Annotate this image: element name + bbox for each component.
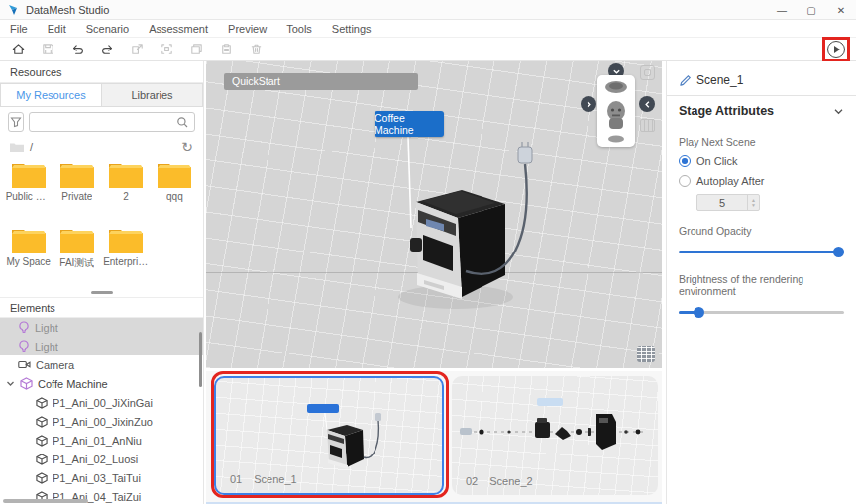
export-button[interactable] xyxy=(129,41,146,57)
gizmo-rotate-right-button[interactable] xyxy=(639,96,655,112)
ground-opacity-slider[interactable] xyxy=(679,246,844,257)
option-autoplay-after[interactable]: Autoplay After xyxy=(679,175,844,187)
element-light-1[interactable]: Light xyxy=(0,318,203,337)
search-input[interactable] xyxy=(30,114,176,130)
search-row xyxy=(0,107,203,136)
delete-icon xyxy=(249,42,264,56)
scene2-name: Scene_2 xyxy=(489,475,532,487)
brightness-label: Brightness of the rendering environment xyxy=(679,273,844,297)
home-button[interactable] xyxy=(10,41,27,57)
view-bottom-thumbnail[interactable] xyxy=(606,135,626,143)
frame-select-button[interactable] xyxy=(159,41,175,57)
refresh-icon[interactable]: ↻ xyxy=(181,139,193,154)
element-coffee-machine[interactable]: Coffe Machine xyxy=(0,374,203,393)
option-on-click[interactable]: On Click xyxy=(679,155,844,167)
folder-private[interactable]: Private xyxy=(53,161,101,221)
menu-settings[interactable]: Settings xyxy=(332,23,372,35)
mesh-cube-icon xyxy=(36,397,48,409)
autoplay-seconds-input[interactable]: 5 ▲▼ xyxy=(696,194,760,211)
scene-title: Scene_1 xyxy=(696,73,743,87)
current-path: / xyxy=(30,141,33,152)
element-p1-ani-00-jixinzuo[interactable]: P1_Ani_00_JixinZuo xyxy=(0,412,203,431)
element-p1-ani-02-luosi[interactable]: P1_Ani_02_Luosi xyxy=(0,450,203,468)
light-icon xyxy=(18,340,30,353)
copy-button[interactable] xyxy=(188,41,205,57)
edit-pencil-icon[interactable] xyxy=(679,74,692,87)
menu-assessment[interactable]: Assessment xyxy=(149,23,208,35)
element-camera[interactable]: Camera xyxy=(0,355,203,374)
play-scenario-button[interactable] xyxy=(827,41,845,58)
folder-public-directory[interactable]: Public Dire… xyxy=(4,161,53,221)
menu-edit[interactable]: Edit xyxy=(48,23,66,35)
model-label[interactable]: Coffee Machine xyxy=(374,111,444,137)
delete-button[interactable] xyxy=(248,41,265,57)
ground-opacity-label: Ground Opacity xyxy=(679,225,844,237)
menu-tools[interactable]: Tools xyxy=(286,23,312,35)
tab-my-resources[interactable]: My Resources xyxy=(1,84,101,106)
mesh-cube-icon xyxy=(36,454,48,465)
folder-fai-test[interactable]: FAI测试 xyxy=(53,227,101,289)
menu-preview[interactable]: Preview xyxy=(228,23,267,35)
folder-qqq[interactable]: qqq xyxy=(151,161,199,221)
slider-fill xyxy=(679,251,844,253)
save-button[interactable] xyxy=(40,41,56,57)
grid-toggle-icon[interactable] xyxy=(640,119,655,132)
scene-thumbnail-1[interactable]: 01 Scene_1 xyxy=(214,376,444,495)
filter-button[interactable] xyxy=(8,112,24,132)
paste-button[interactable] xyxy=(218,41,235,57)
folder-icon xyxy=(108,227,144,254)
view-top-thumbnail[interactable] xyxy=(603,79,629,95)
close-button[interactable]: ✕ xyxy=(826,0,856,20)
folder-2[interactable]: 2 xyxy=(102,161,151,221)
folder-icon xyxy=(108,161,144,189)
save-icon xyxy=(41,42,55,56)
elements-vertical-scrollbar[interactable] xyxy=(199,332,202,387)
stage-attributes-section[interactable]: Stage Attributes xyxy=(679,96,844,126)
undo-icon xyxy=(70,42,85,56)
menu-scenario[interactable]: Scenario xyxy=(86,23,129,35)
scene1-caption: 01 Scene_1 xyxy=(230,473,297,485)
search-icon xyxy=(176,116,189,129)
scene-title-row: Scene_1 xyxy=(679,65,844,95)
export-icon xyxy=(130,42,145,56)
folder-icon xyxy=(11,161,47,189)
redo-button[interactable] xyxy=(99,41,116,57)
elements-horizontal-scrollbar[interactable] xyxy=(3,499,88,503)
scene1-name: Scene_1 xyxy=(254,473,296,485)
slider-handle[interactable] xyxy=(694,307,704,318)
window-title: DataMesh Studio xyxy=(26,4,109,16)
main-area: Resources My Resources Libraries / ↻ xyxy=(0,61,856,504)
undo-button[interactable] xyxy=(69,41,86,57)
search-box xyxy=(29,112,195,132)
redo-icon xyxy=(100,42,115,56)
viewport-3d[interactable]: QuickStart xyxy=(206,61,662,368)
element-p1-ani-03-taitui[interactable]: P1_Ani_03_TaiTui xyxy=(0,468,203,487)
light-icon xyxy=(18,321,30,334)
view-gizmo-panel[interactable] xyxy=(597,75,635,147)
menu-file[interactable]: File xyxy=(10,23,28,35)
scene2-caption: 02 Scene_2 xyxy=(466,475,533,487)
camera-icon xyxy=(18,359,31,370)
folder-my-space[interactable]: My Space xyxy=(4,227,53,289)
slider-handle[interactable] xyxy=(833,247,844,257)
scene-thumbnail-2[interactable]: 02 Scene_2 xyxy=(452,376,658,495)
panel-splitter[interactable] xyxy=(0,288,203,298)
scene-list-toggle-button[interactable] xyxy=(637,346,655,362)
spinner-down-icon: ▼ xyxy=(751,203,756,208)
gizmo-rotate-left-button[interactable] xyxy=(581,96,596,112)
elements-header: Elements xyxy=(0,298,203,318)
element-p1-ani-01-anniu[interactable]: P1_Ani_01_AnNiu xyxy=(0,431,203,450)
brightness-slider[interactable] xyxy=(679,306,844,318)
minimize-button[interactable]: — xyxy=(767,0,797,20)
folder-enterprise[interactable]: Enterprise s… xyxy=(102,227,151,289)
frame-select-icon xyxy=(160,42,174,56)
radio-on-click[interactable] xyxy=(679,155,691,167)
radio-autoplay-after[interactable] xyxy=(679,175,691,187)
focus-view-icon[interactable] xyxy=(640,65,655,80)
tab-libraries[interactable]: Libraries xyxy=(101,84,202,106)
element-p1-ani-00-jixingai[interactable]: P1_Ani_00_JiXinGai xyxy=(0,393,203,412)
view-front-thumbnail[interactable] xyxy=(604,100,628,130)
element-light-2[interactable]: Light xyxy=(0,337,203,355)
maximize-button[interactable]: ▢ xyxy=(797,0,826,20)
number-spinner[interactable]: ▲▼ xyxy=(747,195,759,210)
